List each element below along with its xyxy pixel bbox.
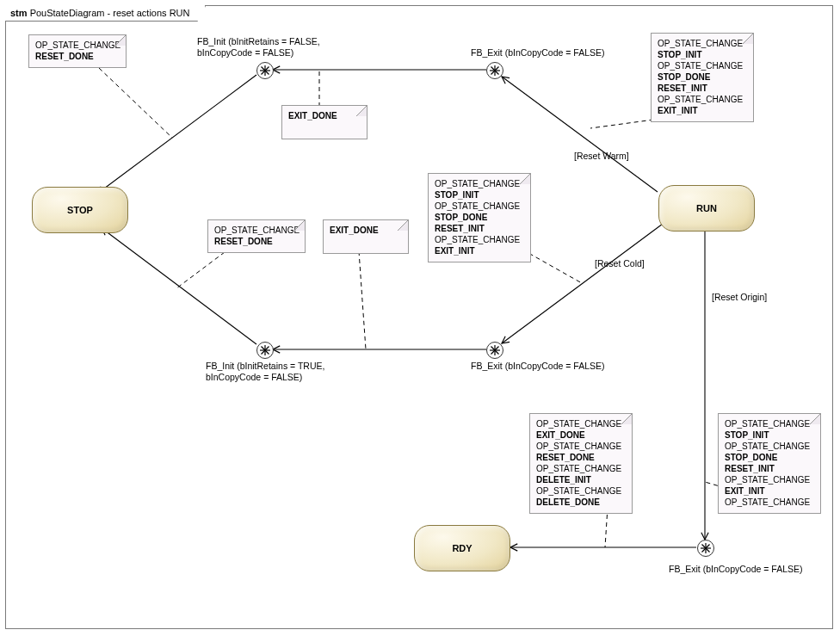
state-rdy: RDY [414,525,510,571]
note-n7: OP_STATE_CHANGEEXIT_DONEOP_STATE_CHANGER… [529,413,633,514]
svg-line-8 [99,68,172,138]
svg-line-12 [359,251,366,349]
note-n6: OP_STATE_CHANGESTOP_INITOP_STATE_CHANGES… [428,173,531,262]
label-c5: FB_Exit (bInCopyCode = FALSE) [669,564,803,575]
state-rdy-label: RDY [452,543,472,553]
svg-line-11 [176,252,225,288]
label-c2: FB_Exit (bInCopyCode = FALSE) [471,47,605,59]
label-c1: FB_Init (bInitRetains = FALSE,bInCopyCod… [197,36,320,59]
note-n5: EXIT_DONE [323,219,409,254]
svg-line-2 [97,75,256,194]
guard-reset-warm: [Reset Warm] [574,151,629,162]
diagram-frame: stm PouStateDiagram - reset actions RUN [5,5,833,629]
title-prefix: stm [10,8,30,18]
note-n3: OP_STATE_CHANGESTOP_INITOP_STATE_CHANGES… [651,33,754,122]
label-c3: FB_Init (bInitRetains = TRUE,bInCopyCode… [206,361,324,383]
note-n4: OP_STATE_CHANGERESET_DONE [207,219,306,253]
choice-c4 [486,342,503,359]
svg-line-13 [522,250,582,283]
state-stop: STOP [32,187,128,233]
note-n2: EXIT_DONE [281,105,368,139]
choice-c3 [256,342,274,359]
label-c4: FB_Exit (bInCopyCode = FALSE) [471,361,605,372]
choice-c5 [697,540,714,557]
guard-reset-origin: [Reset Origin] [712,292,767,303]
title-main: PouStateDiagram - reset actions RUN [30,8,190,18]
state-run: RUN [658,185,755,232]
choice-c1 [256,62,274,79]
state-run-label: RUN [696,203,717,213]
choice-c2 [486,62,503,79]
guard-reset-cold: [Reset Cold] [595,258,645,269]
note-n8: OP_STATE_CHANGESTOP_INITOP_STATE_CHANGES… [718,413,821,514]
note-n1: OP_STATE_CHANGERESET_DONE [28,34,127,68]
state-stop-label: STOP [67,205,93,215]
diagram-title-tab: stm PouStateDiagram - reset actions RUN [5,5,206,22]
